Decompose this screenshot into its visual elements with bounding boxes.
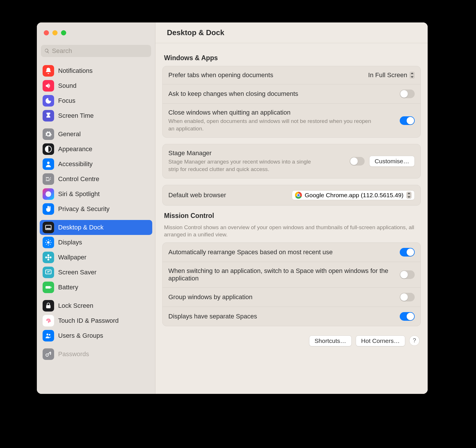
separate-spaces-toggle[interactable] xyxy=(400,312,415,321)
stage-manager-card: Stage Manager Stage Manager arranges you… xyxy=(162,144,421,178)
svg-point-23 xyxy=(47,333,49,335)
sidebar-item-label: Users & Groups xyxy=(58,332,103,339)
gear-icon xyxy=(43,128,54,140)
sidebar-item-general[interactable]: General xyxy=(40,127,152,142)
svg-rect-22 xyxy=(46,305,50,308)
minimize-window-button[interactable] xyxy=(52,30,58,35)
sidebar-item-label: Screen Time xyxy=(58,112,94,119)
search-icon xyxy=(44,48,50,54)
sidebar-item-label: Appearance xyxy=(58,145,92,153)
window-controls xyxy=(37,22,155,43)
default-browser-select[interactable]: Google Chrome.app (112.0.5615.49) xyxy=(292,190,415,200)
stage-manager-toggle[interactable] xyxy=(350,157,365,166)
shortcuts-button[interactable]: Shortcuts… xyxy=(309,335,352,346)
svg-point-25 xyxy=(46,354,48,356)
sidebar-item-notifications[interactable]: Notifications xyxy=(40,63,152,78)
sidebar-item-displays[interactable]: Displays xyxy=(40,235,152,250)
row-group-windows: Group windows by application xyxy=(163,287,420,307)
sidebar-item-label: Battery xyxy=(58,284,78,291)
sidebar-item-label: Passwords xyxy=(58,350,89,358)
key-icon xyxy=(43,348,54,360)
dock-icon xyxy=(43,222,54,233)
moon-icon xyxy=(43,95,54,107)
row-stage-manager: Stage Manager Stage Manager arranges you… xyxy=(163,144,420,178)
zoom-window-button[interactable] xyxy=(61,30,66,35)
flower-icon xyxy=(43,252,54,263)
siri-icon xyxy=(43,188,54,200)
svg-line-11 xyxy=(50,244,50,244)
svg-point-24 xyxy=(49,334,50,335)
svg-point-14 xyxy=(47,257,49,259)
sidebar-item-label: Lock Screen xyxy=(58,302,93,310)
battery-icon xyxy=(43,282,54,293)
svg-rect-4 xyxy=(46,228,50,229)
svg-line-12 xyxy=(50,240,50,241)
sidebar-item-lock-screen[interactable]: Lock Screen xyxy=(40,298,152,313)
group-windows-toggle[interactable] xyxy=(400,293,415,301)
sun-icon xyxy=(43,237,54,248)
default-browser-label: Default web browser xyxy=(168,191,287,199)
prefer-tabs-select[interactable]: In Full Screen xyxy=(368,71,415,79)
sidebar-item-battery[interactable]: Battery xyxy=(40,280,152,295)
content-header: Desktop & Dock xyxy=(155,22,428,43)
page-title: Desktop & Dock xyxy=(167,28,224,37)
sidebar-item-appearance[interactable]: Appearance xyxy=(40,142,152,157)
screensaver-icon xyxy=(43,267,54,278)
separate-spaces-label: Displays have separate Spaces xyxy=(168,313,395,320)
auto-rearrange-toggle[interactable] xyxy=(400,248,415,257)
row-ask-keep: Ask to keep changes when closing documen… xyxy=(163,84,420,103)
sidebar-item-siri-spotlight[interactable]: Siri & Spotlight xyxy=(40,187,152,202)
search-input[interactable] xyxy=(52,47,148,55)
sidebar-list: NotificationsSoundFocusScreen TimeGenera… xyxy=(37,60,155,394)
svg-line-10 xyxy=(46,240,47,241)
sidebar-item-passwords[interactable]: Passwords xyxy=(40,347,152,362)
svg-point-5 xyxy=(47,241,50,244)
ask-keep-toggle[interactable] xyxy=(400,90,415,98)
stage-manager-desc: Stage Manager arranges your recent windo… xyxy=(168,158,318,173)
prefer-tabs-value: In Full Screen xyxy=(368,71,407,79)
sidebar-item-control-centre[interactable]: Control Centre xyxy=(40,172,152,187)
sidebar-item-privacy-security[interactable]: Privacy & Security xyxy=(40,202,152,217)
windows-apps-card: Prefer tabs when opening documents In Fu… xyxy=(162,66,421,138)
svg-point-2 xyxy=(45,191,51,197)
sidebar-item-touch-id-password[interactable]: Touch ID & Password xyxy=(40,313,152,328)
system-settings-window: NotificationsSoundFocusScreen TimeGenera… xyxy=(37,22,428,394)
sidebar-item-desktop-dock[interactable]: Desktop & Dock xyxy=(40,220,152,235)
default-browser-value: Google Chrome.app (112.0.5615.49) xyxy=(305,192,403,199)
section-mission-control-desc: Mission Control shows an overview of you… xyxy=(164,224,419,238)
prefer-tabs-label: Prefer tabs when opening documents xyxy=(168,71,363,79)
sidebar-item-label: Control Centre xyxy=(58,175,99,183)
speaker-icon xyxy=(43,80,54,92)
sliders-icon xyxy=(43,173,54,185)
fingerprint-icon xyxy=(43,315,54,326)
sidebar-item-label: Focus xyxy=(58,97,75,105)
sidebar-item-label: Privacy & Security xyxy=(58,205,110,213)
row-prefer-tabs: Prefer tabs when opening documents In Fu… xyxy=(163,66,420,84)
sidebar-item-users-groups[interactable]: Users & Groups xyxy=(40,328,152,343)
sidebar-item-screen-saver[interactable]: Screen Saver xyxy=(40,265,152,280)
stage-manager-label: Stage Manager xyxy=(168,149,345,157)
switch-space-toggle[interactable] xyxy=(400,270,415,279)
svg-point-16 xyxy=(47,259,49,261)
sidebar-item-focus[interactable]: Focus xyxy=(40,93,152,108)
close-windows-toggle[interactable] xyxy=(400,116,415,125)
contrast-icon xyxy=(43,143,54,155)
help-button[interactable]: ? xyxy=(409,335,420,346)
stage-manager-customise-button[interactable]: Customise… xyxy=(369,156,415,167)
svg-point-18 xyxy=(49,257,52,259)
sidebar-item-wallpaper[interactable]: Wallpaper xyxy=(40,250,152,265)
switch-space-label: When switching to an application, switch… xyxy=(168,267,395,282)
sidebar-item-sound[interactable]: Sound xyxy=(40,78,152,93)
sidebar-item-accessibility[interactable]: Accessibility xyxy=(40,157,152,172)
hot-corners-button[interactable]: Hot Corners… xyxy=(356,335,405,346)
svg-point-17 xyxy=(45,257,47,259)
ask-keep-label: Ask to keep changes when closing documen… xyxy=(168,90,395,98)
sidebar-item-label: Accessibility xyxy=(58,160,93,168)
svg-rect-21 xyxy=(51,287,52,288)
svg-point-15 xyxy=(47,254,49,256)
search-field[interactable] xyxy=(41,45,151,57)
sidebar-item-screen-time[interactable]: Screen Time xyxy=(40,108,152,123)
sidebar-item-label: Sound xyxy=(58,82,77,90)
hourglass-icon xyxy=(43,110,54,122)
close-window-button[interactable] xyxy=(44,30,49,35)
